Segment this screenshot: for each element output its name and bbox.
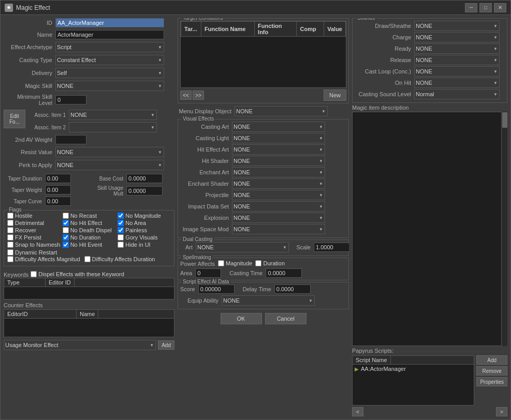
resist-select[interactable]: NONE — [55, 147, 164, 157]
flag-diff-mag-checkbox[interactable] — [7, 256, 13, 262]
remove-script-button[interactable]: Remove — [476, 366, 507, 376]
flag-diff-mag: Difficulty Affects Magnitud — [7, 256, 80, 262]
main-content: ID Name Effect Archetype Script Casting … — [1, 15, 510, 419]
flag-snap-navmesh-label: Snap to Navmesh — [15, 242, 60, 248]
flag-hide-in-ui-checkbox[interactable] — [118, 242, 124, 248]
id-input[interactable] — [55, 18, 164, 27]
perk-select[interactable]: NONE — [55, 160, 164, 170]
maximize-button[interactable]: □ — [479, 3, 492, 12]
casting-art-select[interactable]: NONE — [232, 122, 325, 132]
casting-light-select[interactable]: NONE — [232, 133, 325, 143]
flag-no-recast-checkbox[interactable] — [63, 213, 69, 219]
nav-prev-button[interactable]: << — [180, 91, 192, 100]
enchant-art-select[interactable]: NONE — [232, 167, 325, 177]
delivery-select[interactable]: Self — [55, 68, 164, 78]
flag-hostile-checkbox[interactable] — [7, 213, 13, 219]
taper-weight-input[interactable] — [45, 185, 71, 194]
cast-loop-select[interactable]: NONE — [414, 66, 500, 77]
release-select[interactable]: NONE — [414, 55, 500, 65]
dual-art-row: Art NONE — [180, 242, 289, 252]
flag-painless-checkbox[interactable] — [118, 227, 124, 233]
taper-dur-input[interactable] — [45, 174, 71, 183]
add-usage-button[interactable]: Add — [158, 340, 174, 350]
assoc2-select[interactable] — [69, 122, 157, 132]
keywords-header: Type Editor ID — [4, 278, 174, 287]
desc-scrollbar[interactable] — [501, 112, 507, 346]
script-item[interactable]: ▶ AA:ActorManager — [353, 365, 474, 373]
casting-type-select[interactable]: Constant Effect — [55, 55, 164, 65]
av-weight-label: 2nd AV Weight — [4, 137, 55, 143]
flag-snap-to-navmesh-checkbox[interactable] — [7, 242, 13, 248]
duration-checkbox[interactable] — [255, 260, 261, 266]
av-weight-input[interactable] — [55, 135, 86, 144]
archetype-select[interactable]: Script — [55, 42, 164, 52]
flag-fx-persist-checkbox[interactable] — [7, 234, 13, 241]
nav-next-button[interactable]: >> — [193, 91, 204, 100]
close-button[interactable]: ✕ — [494, 3, 506, 12]
magic-desc-textarea[interactable] — [352, 112, 507, 346]
flag-no-death-dispel-checkbox[interactable] — [63, 227, 69, 233]
base-cost-input[interactable] — [126, 174, 163, 183]
flag-no-area-checkbox[interactable] — [118, 220, 124, 226]
image-space-select[interactable]: NONE — [232, 224, 325, 234]
papyrus-scroll-left[interactable]: < — [352, 407, 363, 416]
magic-skill-select[interactable]: NONE — [55, 81, 164, 91]
menu-display-select[interactable]: NONE — [235, 106, 328, 116]
score-input[interactable] — [198, 284, 235, 294]
magic-skill-row: Magic Skill NONE — [4, 81, 174, 91]
flag-hide-in-ui: Hide in UI — [118, 242, 171, 248]
area-input[interactable] — [195, 268, 221, 278]
dispel-checkbox[interactable] — [31, 271, 37, 277]
flag-diff-dur-checkbox[interactable] — [84, 256, 91, 262]
add-script-button[interactable]: Add — [476, 355, 507, 365]
casting-sound-select[interactable]: Normal — [414, 89, 500, 99]
delay-time-input[interactable] — [274, 284, 311, 294]
draw-sheathe-select[interactable]: NONE — [414, 21, 500, 31]
assoc1-select[interactable]: NONE — [69, 110, 157, 120]
new-condition-button[interactable]: New — [324, 89, 346, 101]
ready-select[interactable]: NONE — [414, 43, 500, 54]
cancel-button[interactable]: Cancel — [265, 313, 306, 324]
equip-ability-select[interactable]: NONE — [222, 295, 315, 306]
resist-row: Resist Value NONE — [4, 147, 174, 157]
edit-fo-button[interactable]: Edit Fo... — [4, 110, 25, 128]
minimize-button[interactable]: ─ — [465, 3, 477, 12]
hit-shader-select[interactable]: NONE — [232, 156, 325, 166]
casting-type-label: Casting Type — [4, 57, 55, 63]
properties-script-button[interactable]: Properties — [476, 377, 507, 386]
charge-select[interactable]: NONE — [414, 32, 500, 42]
sounds-section: Sounds Draw/Sheathe NONE Charge NONE Rea… — [352, 18, 507, 103]
flag-no-hit-event-checkbox[interactable] — [63, 242, 69, 248]
min-skill-input[interactable] — [55, 95, 86, 104]
skill-usage-input[interactable] — [126, 186, 163, 196]
dual-scale-input[interactable] — [314, 243, 349, 252]
usage-monitor-select[interactable]: Usage Monitor Effect — [4, 340, 156, 350]
id-label: ID — [4, 20, 55, 26]
flag-no-magnitude-checkbox[interactable] — [118, 213, 124, 219]
dual-scale-label: Scale — [293, 244, 314, 250]
flag-no-duration: No Duration — [63, 234, 116, 241]
flag-recover-checkbox[interactable] — [7, 227, 13, 233]
flag-dynamic-restart-checkbox[interactable] — [7, 249, 13, 256]
magnitude-checkbox[interactable] — [218, 260, 224, 266]
on-hit-select[interactable]: NONE — [414, 78, 500, 88]
projectile-select[interactable]: NONE — [232, 190, 325, 200]
casting-time-input[interactable] — [266, 268, 302, 278]
dual-art-select[interactable]: NONE — [196, 242, 289, 252]
name-input[interactable] — [55, 30, 164, 39]
flag-no-magnitude: No Magnitude — [118, 213, 171, 219]
flag-no-hit-effect-checkbox[interactable] — [63, 220, 69, 226]
flag-snap-to-navmesh: Snap to Navmesh — [7, 242, 61, 248]
flag-detrimental-checkbox[interactable] — [7, 220, 13, 226]
enchant-shader-row: Enchant Shader NONE — [180, 178, 346, 189]
flag-gory-visuals-checkbox[interactable] — [118, 234, 124, 241]
taper-curve-input[interactable] — [45, 197, 71, 206]
hit-effect-art-select[interactable]: NONE — [232, 144, 325, 155]
flag-no-duration-checkbox[interactable] — [63, 234, 69, 241]
impact-data-select[interactable]: NONE — [232, 201, 325, 212]
explosion-select[interactable]: NONE — [232, 213, 325, 223]
enchant-shader-select[interactable]: NONE — [232, 178, 325, 189]
papyrus-scroll-right[interactable]: > — [496, 407, 507, 416]
script-name: AA:ActorManager — [361, 366, 406, 372]
ok-button[interactable]: OK — [221, 313, 262, 324]
